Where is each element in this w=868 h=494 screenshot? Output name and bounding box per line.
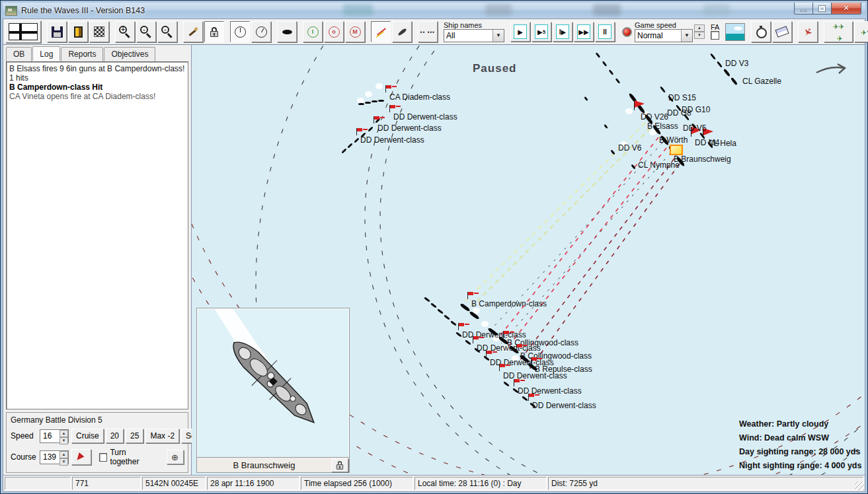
map-options-button[interactable] <box>89 21 109 42</box>
exit-button[interactable] <box>68 21 88 42</box>
turn-together-checkbox[interactable] <box>99 453 107 462</box>
objective-circle-button[interactable]: o <box>324 21 344 42</box>
magnifier-minus-icon: - <box>139 25 153 38</box>
speed-preset-25[interactable]: 25 <box>126 429 143 443</box>
enemy-flag-icon <box>503 331 504 338</box>
ship-label[interactable]: B Camperdown-class <box>471 299 547 308</box>
tab-objectives[interactable]: Objectives <box>104 47 155 61</box>
title-bar[interactable]: Rule the Waves III - Version B143 ✕ <box>3 3 865 18</box>
fa-checkbox[interactable] <box>711 31 719 40</box>
speed-spinner[interactable]: ▲▼ <box>59 430 68 442</box>
tactical-map[interactable]: Paused Weather: Partly cloudyWind: Dead … <box>192 45 865 476</box>
info-circle-button[interactable]: I <box>303 21 323 42</box>
game-speed-dropdown[interactable]: Normal ▼ <box>635 29 693 42</box>
game-speed-spinner[interactable]: ▲▼ <box>694 24 705 39</box>
fast-forward-button[interactable]: ▶▶ <box>574 22 594 42</box>
enemy-flag-icon <box>389 105 390 112</box>
center-on-ship-button[interactable]: ⊕ <box>167 450 184 464</box>
ship-label[interactable]: CL Gazelle <box>742 77 781 86</box>
ship-label[interactable]: CA Diadem-class <box>389 92 450 102</box>
zoom-out-button[interactable]: - <box>136 21 156 42</box>
speed-stepper[interactable]: 16 ▲▼ <box>40 429 69 443</box>
range-circle-2-button[interactable] <box>251 21 271 42</box>
weather-report: Weather: Partly cloudyWind: Dead calm WS… <box>739 417 861 473</box>
erase-button[interactable] <box>772 21 792 42</box>
speed-preset-20[interactable]: 20 <box>106 429 124 443</box>
selected-ship-highlight <box>670 145 683 155</box>
ship-label[interactable]: DD V26 <box>641 112 668 122</box>
weather-indicator <box>725 23 745 41</box>
chevron-down-icon[interactable]: ▼ <box>681 30 692 42</box>
step-button[interactable]: I▶ <box>553 22 572 42</box>
ship-label[interactable]: DD V3 <box>725 59 748 68</box>
enemy-flag-icon <box>374 116 374 124</box>
ship-marker[interactable] <box>365 102 371 104</box>
ship-label[interactable]: DD Derwent-class <box>503 371 567 380</box>
ship-label[interactable]: DD S15 <box>668 93 696 102</box>
zoom-in-button[interactable]: + <box>115 21 135 42</box>
enemy-flag-icon <box>458 323 459 330</box>
ship-label[interactable]: B Elsass <box>647 122 678 131</box>
fa-label: FA <box>711 24 719 31</box>
air-ops-button[interactable]: ✈ <box>854 21 868 42</box>
stopwatch-button[interactable] <box>751 21 771 42</box>
door-icon <box>74 26 83 38</box>
lock-view-button[interactable] <box>204 21 224 42</box>
nation-flag-button[interactable] <box>5 20 41 43</box>
air-formation-button[interactable]: ✈✈✈ <box>824 21 853 42</box>
course-spinner[interactable]: ▲▼ <box>59 451 68 464</box>
ship-label[interactable]: DD G8 <box>667 108 691 118</box>
german-ensign-icon <box>9 23 38 40</box>
ship-label-text: DD Derwent-class <box>377 124 442 133</box>
ship-marker[interactable] <box>358 103 364 105</box>
ship-label[interactable]: B Wörth <box>659 135 688 145</box>
resize-grip[interactable] <box>855 481 864 491</box>
torpedo-icon <box>397 26 407 37</box>
ship-label[interactable]: CL Nymphe <box>638 160 680 170</box>
minefield-circle-button[interactable]: M <box>345 21 365 42</box>
set-course-button[interactable] <box>71 449 91 465</box>
speed-preset-max-2[interactable]: Max -2 <box>145 429 179 443</box>
weather-line: Day sighting range: 28 000 yds <box>739 445 861 459</box>
zoom-out-full-button[interactable]: - <box>157 21 177 42</box>
tab-reports[interactable]: Reports <box>61 47 103 61</box>
tab-log[interactable]: Log <box>32 46 60 61</box>
ship-marker[interactable] <box>378 100 384 102</box>
ship-marker[interactable] <box>372 100 377 102</box>
gunfire-line <box>520 159 674 361</box>
fire-lines-toggle-button[interactable] <box>371 21 391 42</box>
ship-label[interactable]: DD Derwent-class <box>393 112 457 122</box>
ship-label[interactable]: DD Derwent-class <box>360 135 424 145</box>
range-circle-1-button[interactable] <box>230 21 250 42</box>
torpedo-toggle-button[interactable] <box>392 21 412 42</box>
ship-label[interactable]: DD V5 <box>683 124 706 133</box>
smoke-puff <box>375 83 383 89</box>
battle-log[interactable]: B Elsass fires 9 6in guns at B Camperdow… <box>6 61 188 409</box>
ship-label[interactable]: B Braunschweig <box>674 155 731 164</box>
play-5-button[interactable]: ▶5 <box>532 22 551 42</box>
ship-label[interactable]: DD Derwent-class <box>518 386 582 396</box>
play-button[interactable]: ▶ <box>510 22 530 42</box>
inset-lock-button[interactable] <box>331 458 348 472</box>
ship-names-dropdown[interactable]: All ▼ <box>444 29 504 42</box>
wake-trails-button[interactable]: ▪▪ ▪▪▪ <box>418 21 438 42</box>
crashed-plane-icon: ✈ <box>803 26 814 37</box>
ship-label[interactable]: CL Hela <box>708 139 736 148</box>
chevron-down-icon[interactable]: ▼ <box>493 30 504 42</box>
ship-label[interactable]: DD V6 <box>618 143 641 153</box>
tab-ob[interactable]: OB <box>6 47 32 61</box>
gun-arcs-button[interactable] <box>183 21 203 42</box>
pause-button[interactable]: II <box>595 22 615 42</box>
save-button[interactable] <box>47 21 67 42</box>
ship-label[interactable]: DD Derwent-class <box>377 124 442 133</box>
ship-label-text: DD V26 <box>641 112 668 122</box>
speed-preset-cruise[interactable]: Cruise <box>71 429 104 443</box>
minimize-button[interactable] <box>794 3 813 15</box>
course-stepper[interactable]: 139 ▲▼ <box>40 450 69 464</box>
ship-shape-button[interactable] <box>277 21 297 42</box>
weather-line: Weather: Partly cloudy <box>739 417 861 431</box>
air-strike-button[interactable]: ✈ <box>798 21 818 42</box>
close-button[interactable]: ✕ <box>831 3 861 15</box>
maximize-button[interactable] <box>813 3 831 15</box>
ship-label[interactable]: DD Derwent-class <box>532 401 596 410</box>
